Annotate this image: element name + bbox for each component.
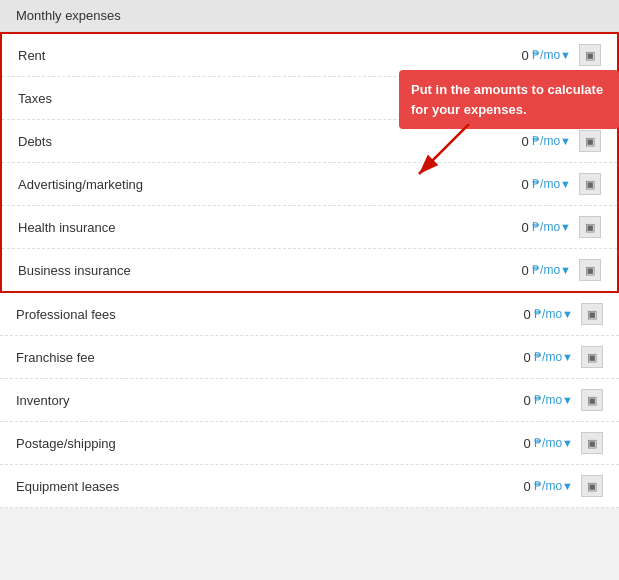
expense-list-wrapper: Rent ₱/mo ▼ ▣ Taxes ₱/mo ▼ ▣ Debts <box>0 32 619 508</box>
amount-rent[interactable] <box>497 48 529 63</box>
label-rent: Rent <box>18 48 497 63</box>
row-professional-fees: Professional fees ₱/mo ▼ ▣ <box>0 293 619 336</box>
input-group-postage-shipping: ₱/mo ▼ <box>499 436 573 451</box>
callout-box: Put in the amounts to calculate for your… <box>399 70 619 129</box>
calc-icon-franchise-fee[interactable]: ▣ <box>581 346 603 368</box>
amount-equipment-leases[interactable] <box>499 479 531 494</box>
calc-icon-professional-fees[interactable]: ▣ <box>581 303 603 325</box>
calc-icon-debts[interactable]: ▣ <box>579 130 601 152</box>
amount-business-insurance[interactable] <box>497 263 529 278</box>
amount-postage-shipping[interactable] <box>499 436 531 451</box>
dropdown-arrow-business-insurance[interactable]: ▼ <box>560 264 571 276</box>
input-group-rent: ₱/mo ▼ <box>497 48 571 63</box>
calc-icon-advertising[interactable]: ▣ <box>579 173 601 195</box>
amount-professional-fees[interactable] <box>499 307 531 322</box>
row-inventory: Inventory ₱/mo ▼ ▣ <box>0 379 619 422</box>
label-postage-shipping: Postage/shipping <box>16 436 499 451</box>
label-health-insurance: Health insurance <box>18 220 497 235</box>
dropdown-arrow-health-insurance[interactable]: ▼ <box>560 221 571 233</box>
input-group-inventory: ₱/mo ▼ <box>499 393 573 408</box>
amount-health-insurance[interactable] <box>497 220 529 235</box>
dropdown-arrow-rent[interactable]: ▼ <box>560 49 571 61</box>
callout-arrow <box>409 124 529 184</box>
dropdown-arrow-postage-shipping[interactable]: ▼ <box>562 437 573 449</box>
amount-inventory[interactable] <box>499 393 531 408</box>
calc-icon-equipment-leases[interactable]: ▣ <box>581 475 603 497</box>
amount-franchise-fee[interactable] <box>499 350 531 365</box>
label-professional-fees: Professional fees <box>16 307 499 322</box>
dropdown-arrow-debts[interactable]: ▼ <box>560 135 571 147</box>
input-group-equipment-leases: ₱/mo ▼ <box>499 479 573 494</box>
calc-icon-health-insurance[interactable]: ▣ <box>579 216 601 238</box>
callout-container: Put in the amounts to calculate for your… <box>399 70 619 129</box>
section-header: Monthly expenses <box>0 0 619 32</box>
dropdown-arrow-equipment-leases[interactable]: ▼ <box>562 480 573 492</box>
row-franchise-fee: Franchise fee ₱/mo ▼ ▣ <box>0 336 619 379</box>
input-group-professional-fees: ₱/mo ▼ <box>499 307 573 322</box>
label-franchise-fee: Franchise fee <box>16 350 499 365</box>
row-health-insurance: Health insurance ₱/mo ▼ ▣ <box>2 206 617 249</box>
calc-icon-rent[interactable]: ▣ <box>579 44 601 66</box>
callout-text: Put in the amounts to calculate for your… <box>411 82 603 117</box>
dropdown-arrow-professional-fees[interactable]: ▼ <box>562 308 573 320</box>
section-title: Monthly expenses <box>16 8 121 23</box>
calc-icon-inventory[interactable]: ▣ <box>581 389 603 411</box>
page-container: Monthly expenses Rent ₱/mo ▼ ▣ Taxes ₱/m… <box>0 0 619 508</box>
svg-line-1 <box>419 124 469 174</box>
dropdown-arrow-advertising[interactable]: ▼ <box>560 178 571 190</box>
dropdown-arrow-franchise-fee[interactable]: ▼ <box>562 351 573 363</box>
calc-icon-postage-shipping[interactable]: ▣ <box>581 432 603 454</box>
dropdown-arrow-inventory[interactable]: ▼ <box>562 394 573 406</box>
label-equipment-leases: Equipment leases <box>16 479 499 494</box>
label-business-insurance: Business insurance <box>18 263 497 278</box>
row-postage-shipping: Postage/shipping ₱/mo ▼ ▣ <box>0 422 619 465</box>
calc-icon-business-insurance[interactable]: ▣ <box>579 259 601 281</box>
label-inventory: Inventory <box>16 393 499 408</box>
input-group-health-insurance: ₱/mo ▼ <box>497 220 571 235</box>
input-group-business-insurance: ₱/mo ▼ <box>497 263 571 278</box>
input-group-franchise-fee: ₱/mo ▼ <box>499 350 573 365</box>
row-equipment-leases: Equipment leases ₱/mo ▼ ▣ <box>0 465 619 508</box>
row-business-insurance: Business insurance ₱/mo ▼ ▣ <box>2 249 617 291</box>
